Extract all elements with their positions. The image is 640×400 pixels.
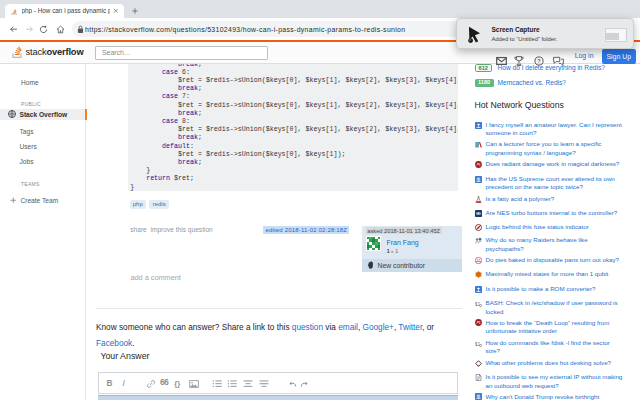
svg-text:?: ?: [537, 58, 541, 64]
svg-text:U: U: [475, 300, 480, 307]
svg-text:U: U: [475, 340, 480, 347]
